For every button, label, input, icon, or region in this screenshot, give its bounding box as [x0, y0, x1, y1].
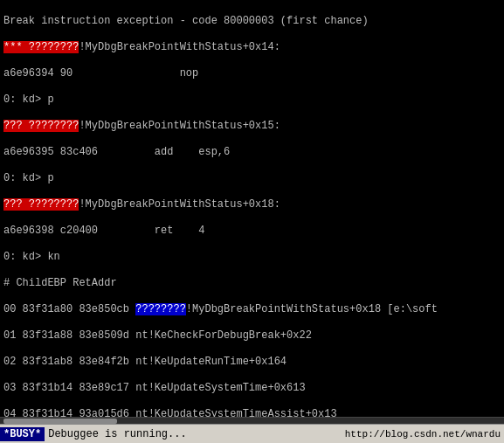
line-13: 01 83f31a88 83e8509d nt!KeCheckForDebugB… — [3, 329, 501, 343]
line-15: 03 83f31b14 83e89c17 nt!KeUpdateSystemTi… — [3, 382, 501, 395]
line-6: a6e96395 83c406 add esp,6 — [3, 146, 501, 159]
line-7: 0: kd> p — [3, 172, 501, 185]
status-url: http://blog.csdn.net/wnardu — [345, 429, 504, 440]
line-10: 0: kd> kn — [3, 251, 501, 264]
highlight-addr-4: ???????? — [135, 303, 186, 315]
scrollbar[interactable] — [0, 417, 504, 424]
line-14: 02 83f31ab8 83e84f2b nt!KeUpdateRunTime+… — [3, 356, 501, 369]
scrollbar-thumb[interactable] — [3, 419, 117, 424]
line-8: ??? ????????!MyDbgBreakPointWithStatus+0… — [3, 198, 501, 211]
status-bar: *BUSY* Debuggee is running... http://blo… — [0, 424, 504, 443]
line-2: *** ????????!MyDbgBreakPointWithStatus+0… — [3, 41, 501, 54]
line-12: 00 83f31a80 83e850cb ????????!MyDbgBreak… — [3, 303, 501, 316]
terminal-output: Break instruction exception - code 80000… — [0, 0, 504, 417]
status-text: Debuggee is running... — [48, 428, 186, 440]
highlight-addr-1: *** ???????? — [3, 41, 79, 53]
highlight-addr-3: ??? ???????? — [3, 198, 79, 211]
line-16: 04 83f31b14 93a015d6 nt!KeUpdateSystemTi… — [3, 408, 501, 417]
line-9: a6e96398 c20400 ret 4 — [3, 225, 501, 238]
line-5: ??? ????????!MyDbgBreakPointWithStatus+0… — [3, 120, 501, 133]
line-3: a6e96394 90 nop — [3, 67, 501, 80]
line-4: 0: kd> p — [3, 93, 501, 107]
highlight-addr-2: ??? ???????? — [3, 120, 79, 132]
line-1: Break instruction exception - code 80000… — [3, 15, 501, 28]
busy-badge: *BUSY* — [0, 427, 45, 441]
line-11: # ChildEBP RetAddr — [3, 277, 501, 290]
